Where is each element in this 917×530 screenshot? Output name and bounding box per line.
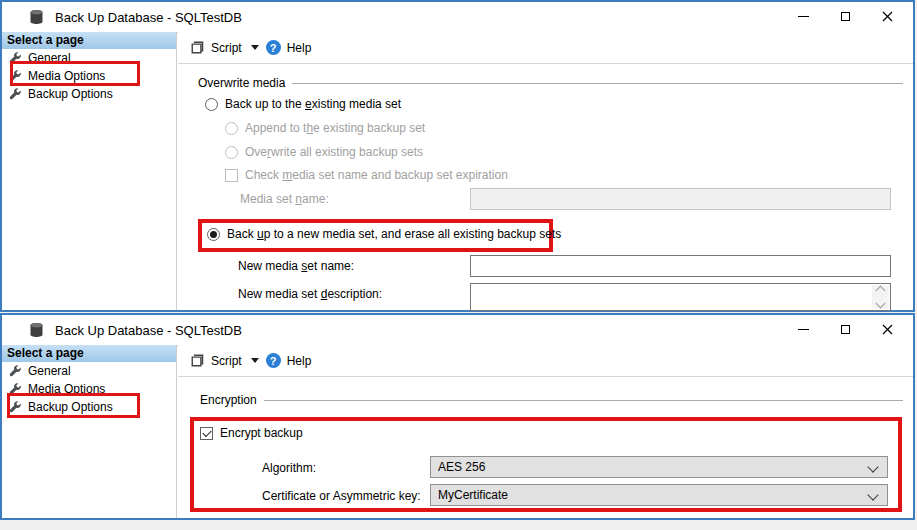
group-rule [292, 83, 903, 84]
radio-icon[interactable] [225, 122, 238, 135]
script-button[interactable]: Script [190, 353, 259, 368]
maximize-button[interactable] [833, 315, 857, 344]
window-controls [791, 315, 899, 344]
certificate-dropdown[interactable]: MyCertificate [430, 484, 888, 506]
sidebar-header: Select a page [2, 32, 176, 49]
select-page-sidebar: Select a page General Media Options Back… [2, 345, 177, 518]
new-media-set-name-input[interactable] [470, 255, 891, 277]
radio-icon-selected[interactable] [207, 228, 220, 241]
radio-overwrite-backup-sets[interactable]: Overwrite all existing backup sets [225, 145, 423, 159]
checkbox-check-media-set[interactable]: Check media set name and backup set expi… [225, 168, 508, 182]
media-options-panel: Overwrite media Back up to the existing … [178, 64, 913, 310]
sidebar-item-label: Backup Options [28, 400, 113, 414]
group-label: Encryption [200, 393, 257, 407]
radio-label: Append to the existing backup set [245, 121, 425, 135]
sidebar-item-label: Media Options [28, 382, 105, 396]
maximize-button[interactable] [833, 2, 857, 31]
checkbox-icon[interactable] [225, 169, 238, 182]
backup-dialog-backup-options: Back Up Database - SQLTestDB Select a pa… [0, 313, 915, 520]
minimize-button[interactable] [791, 315, 815, 344]
help-icon: ? [266, 40, 281, 55]
checkbox-label: Encrypt backup [220, 426, 303, 440]
wrench-icon [9, 365, 22, 378]
help-button[interactable]: ? Help [266, 40, 312, 55]
radio-backup-existing-media[interactable]: Back up to the existing media set [205, 97, 401, 111]
radio-label: Overwrite all existing backup sets [245, 145, 423, 159]
chevron-down-icon [867, 461, 878, 472]
close-button[interactable] [875, 2, 899, 31]
radio-icon[interactable] [225, 146, 238, 159]
dialog-toolbar: Script ? Help [178, 345, 913, 377]
maximize-icon [841, 12, 850, 21]
algorithm-value: AES 256 [438, 460, 485, 474]
minimize-icon [798, 16, 809, 17]
chevron-down-icon[interactable] [876, 299, 886, 309]
help-button-label: Help [287, 41, 312, 55]
backup-options-panel: Encryption Encrypt backup Algorithm: AES… [178, 377, 913, 518]
backup-dialog-media-options: Back Up Database - SQLTestDB Select a pa… [0, 0, 915, 312]
radio-label: Back up to the existing media set [225, 97, 401, 111]
overwrite-media-group: Overwrite media [198, 76, 903, 90]
media-set-name-label: Media set name: [240, 192, 329, 206]
dialog-toolbar: Script ? Help [178, 32, 913, 64]
scroll-spinner [872, 285, 889, 309]
wrench-icon [9, 88, 22, 101]
chevron-down-icon [251, 45, 259, 50]
new-media-set-name-label: New media set name: [238, 259, 354, 273]
sidebar-item-label: General [28, 364, 71, 378]
encryption-group: Encryption [200, 393, 903, 407]
certificate-value: MyCertificate [438, 488, 508, 502]
wrench-icon [9, 70, 22, 83]
script-icon [190, 353, 205, 368]
close-icon [882, 324, 893, 335]
new-media-set-description-input[interactable] [470, 283, 891, 311]
group-label: Overwrite media [198, 76, 285, 90]
titlebar[interactable]: Back Up Database - SQLTestDB [2, 315, 913, 346]
help-button-label: Help [287, 354, 312, 368]
sidebar-item-backup-options[interactable]: Backup Options [2, 398, 176, 416]
window-controls [791, 2, 899, 31]
chevron-up-icon[interactable] [876, 286, 886, 296]
radio-backup-new-media[interactable]: Back up to a new media set, and erase al… [207, 227, 561, 241]
close-button[interactable] [875, 315, 899, 344]
script-icon [190, 40, 205, 55]
radio-append-backup-set[interactable]: Append to the existing backup set [225, 121, 425, 135]
help-button[interactable]: ? Help [266, 353, 312, 368]
help-icon: ? [266, 353, 281, 368]
minimize-icon [798, 329, 809, 330]
sidebar-item-media-options[interactable]: Media Options [2, 67, 176, 85]
checkbox-checked-icon[interactable] [200, 427, 213, 440]
window-title: Back Up Database - SQLTestDB [55, 323, 242, 338]
script-button-label: Script [211, 354, 242, 368]
script-button-label: Script [211, 41, 242, 55]
certificate-label: Certificate or Asymmetric key: [262, 489, 421, 503]
close-icon [882, 11, 893, 22]
algorithm-label: Algorithm: [262, 461, 316, 475]
sidebar-item-general[interactable]: General [2, 362, 176, 380]
wrench-icon [9, 401, 22, 414]
group-rule [264, 400, 903, 401]
sidebar-item-label: General [28, 51, 71, 65]
new-media-set-description-label: New media set description: [238, 287, 382, 301]
sidebar-item-label: Media Options [28, 69, 105, 83]
wrench-icon [9, 383, 22, 396]
select-page-sidebar: Select a page General Media Options Back… [2, 32, 177, 310]
radio-icon[interactable] [205, 98, 218, 111]
sidebar-item-label: Backup Options [28, 87, 113, 101]
script-button[interactable]: Script [190, 40, 259, 55]
checkbox-encrypt-backup[interactable]: Encrypt backup [200, 426, 303, 440]
sidebar-header: Select a page [2, 345, 176, 362]
desktop-background: Back Up Database - SQLTestDB Select a pa… [0, 0, 917, 530]
maximize-icon [841, 325, 850, 334]
algorithm-dropdown[interactable]: AES 256 [430, 456, 888, 478]
sidebar-item-general[interactable]: General [2, 49, 176, 67]
database-icon [28, 322, 45, 338]
media-set-name-input [470, 188, 891, 210]
sidebar-item-backup-options[interactable]: Backup Options [2, 85, 176, 103]
window-title: Back Up Database - SQLTestDB [55, 10, 242, 25]
sidebar-item-media-options[interactable]: Media Options [2, 380, 176, 398]
titlebar[interactable]: Back Up Database - SQLTestDB [2, 2, 913, 33]
chevron-down-icon [867, 489, 878, 500]
wrench-icon [9, 52, 22, 65]
minimize-button[interactable] [791, 2, 815, 31]
